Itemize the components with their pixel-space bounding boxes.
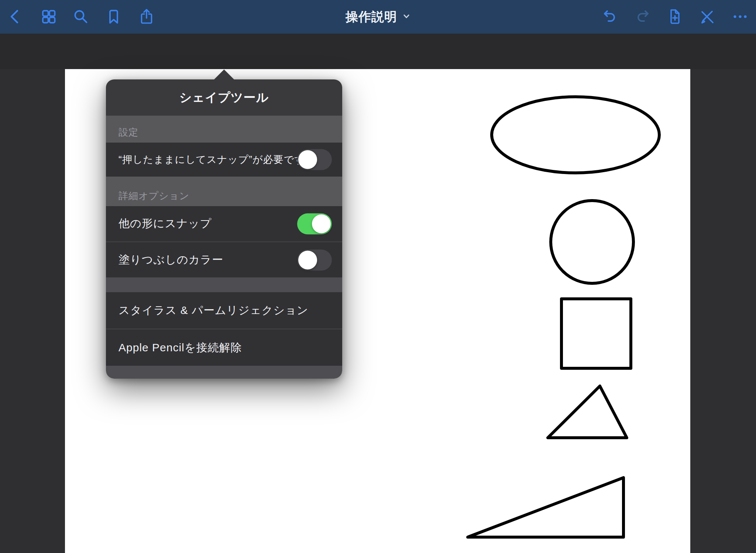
stylus-palm-rejection-button[interactable]: スタイラス & パームリジェクション (106, 292, 342, 328)
popup-footer (106, 366, 342, 379)
hold-to-snap-label: “押したままにしてスナップ”が必要です (106, 153, 305, 166)
undo-button[interactable] (600, 7, 619, 26)
nav-bar: 操作説明 (0, 0, 756, 34)
toggle-knob (298, 250, 317, 269)
drawn-right-triangle (468, 478, 623, 537)
redo-button[interactable] (633, 7, 652, 26)
search-button[interactable] (71, 7, 90, 26)
drawn-circle (551, 201, 633, 283)
tools-bar (0, 34, 756, 69)
toggle-knob (298, 150, 317, 169)
back-icon (7, 8, 25, 25)
disconnect-apple-pencil-button[interactable]: Apple Pencilを接続解除 (106, 330, 342, 366)
disconnect-apple-pencil-label: Apple Pencilを接続解除 (106, 340, 242, 355)
section-settings: 設定 (106, 116, 342, 143)
pencil-cross-icon (698, 8, 716, 25)
add-page-icon (666, 8, 684, 25)
popup-title: シェイプツール (106, 79, 342, 116)
chevron-down-icon (402, 12, 410, 22)
snap-to-shapes-label: 他の形にスナップ (106, 216, 212, 231)
grid-icon (40, 8, 58, 25)
row-snap-to-shapes: 他の形にスナップ (106, 206, 342, 241)
add-page-button[interactable] (665, 7, 684, 26)
share-button[interactable] (137, 7, 156, 26)
popup-spacer (106, 277, 342, 292)
hold-to-snap-toggle[interactable] (297, 149, 332, 170)
drawn-square (561, 299, 631, 368)
back-button[interactable] (6, 7, 25, 26)
search-icon (72, 8, 90, 25)
section-advanced: 詳細オプション (106, 177, 342, 206)
drawn-triangle (548, 386, 627, 438)
undo-icon (601, 8, 619, 25)
toggle-knob (312, 214, 331, 233)
row-hold-to-snap: “押したままにしてスナップ”が必要です (106, 143, 342, 177)
drawn-ellipse (492, 97, 659, 173)
fill-color-label: 塗りつぶしのカラー (106, 252, 223, 267)
bookmark-button[interactable] (104, 7, 123, 26)
section-advanced-label: 詳細オプション (106, 190, 189, 206)
row-fill-color: 塗りつぶしのカラー (106, 242, 342, 277)
shape-tool-popup: シェイプツール 設定 “押したままにしてスナップ”が必要です 詳細オプション 他… (106, 79, 342, 379)
stylus-palm-rejection-label: スタイラス & パームリジェクション (106, 303, 309, 318)
page-title: 操作説明 (346, 8, 397, 25)
document-title-menu[interactable]: 操作説明 (346, 0, 410, 34)
redo-icon (634, 8, 652, 25)
pen-mode-toggle-button[interactable] (697, 7, 717, 26)
more-button[interactable] (731, 7, 750, 26)
fill-color-toggle[interactable] (297, 249, 332, 270)
popup-arrow (214, 69, 234, 79)
share-icon (138, 8, 155, 25)
snap-to-shapes-toggle[interactable] (297, 213, 332, 234)
section-settings-label: 設定 (106, 126, 138, 143)
bookmark-icon (105, 8, 123, 25)
ellipsis-icon (731, 8, 749, 25)
thumbnails-button[interactable] (39, 7, 58, 26)
